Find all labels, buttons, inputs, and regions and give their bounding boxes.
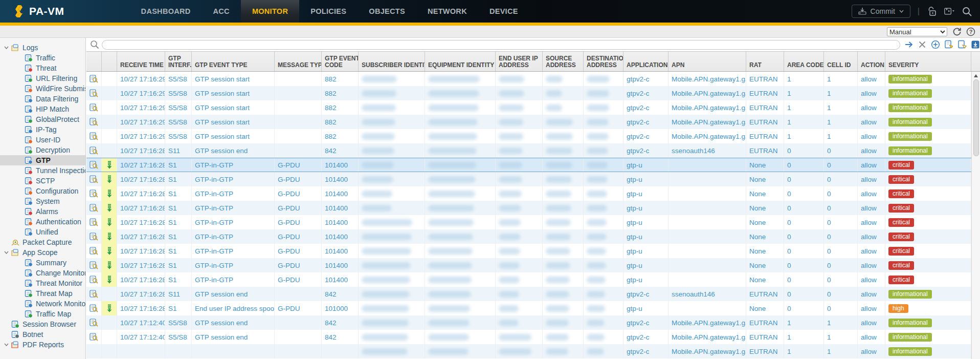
cell-gtp_event_type[interactable]: GTP session start <box>192 129 275 143</box>
sidebar-item-packet-capture[interactable]: Packet Capture <box>0 237 85 247</box>
tab-policies[interactable]: POLICIES <box>299 0 358 23</box>
log-detail-icon[interactable] <box>90 146 98 155</box>
column-header-equipment_identity[interactable]: EQUIPMENT IDENTITY <box>425 52 496 71</box>
cell-action[interactable]: allow <box>858 272 885 287</box>
log-detail-icon[interactable] <box>90 218 98 226</box>
log-row[interactable]: 10/27 17:16:28S1GTP-in-GTPG-PDU101400gtp… <box>86 201 980 215</box>
tab-objects[interactable]: OBJECTS <box>358 0 416 23</box>
log-row[interactable]: 10/27 17:16:28S1GTP-in-GTPG-PDU101400gtp… <box>86 186 980 201</box>
column-header-gtp_event_code[interactable]: GTP EVENTCODE <box>322 52 359 71</box>
cell-gtp_event_type[interactable] <box>192 344 275 358</box>
cell-gtp_event_type[interactable]: GTP session start <box>192 86 275 100</box>
sidebar-item-summary[interactable]: Summary <box>0 258 85 268</box>
cell-action[interactable]: allow <box>858 215 885 229</box>
log-row[interactable]: 10/27 17:16:29S5/S8GTP session start882g… <box>86 86 980 100</box>
log-detail-icon[interactable] <box>90 204 98 212</box>
commit-button[interactable]: Commit <box>852 5 910 18</box>
sidebar-item-threat-monitor[interactable]: Threat Monitor <box>0 278 85 288</box>
download-pcap-icon[interactable] <box>106 175 113 183</box>
cell-gtp_event_type[interactable]: GTP session end <box>192 287 275 301</box>
cell-action[interactable]: allow <box>858 330 885 344</box>
cell-action[interactable]: allow <box>858 129 885 143</box>
log-row[interactable]: 10/27 17:16:28S1GTP-in-GTPG-PDU101400gtp… <box>86 158 980 172</box>
sidebar-item-configuration[interactable]: Configuration <box>0 186 85 196</box>
clear-filter-icon[interactable] <box>918 40 927 49</box>
save-filter-icon[interactable] <box>944 40 953 49</box>
download-pcap-icon[interactable] <box>106 189 113 198</box>
cell-action[interactable]: allow <box>858 301 885 315</box>
log-row[interactable]: 10/27 17:12:40S5/S8GTP session end842gtp… <box>86 315 980 330</box>
refresh-interval-select[interactable]: Manual <box>887 27 947 36</box>
download-pcap-icon[interactable] <box>106 247 113 255</box>
log-row[interactable]: 10/27 17:16:28S1GTP-in-GTPG-PDU101400gtp… <box>86 244 980 258</box>
tab-monitor[interactable]: MONITOR <box>241 0 299 23</box>
log-row[interactable]: 10/27 17:16:29S5/S8GTP session start882g… <box>86 129 980 143</box>
log-row[interactable]: 10/27 17:16:28S11GTP session end842gtpv2… <box>86 143 980 158</box>
cell-action[interactable]: allow <box>858 158 885 172</box>
column-header-gtp_interface[interactable]: GTPINTERF... <box>165 52 192 71</box>
column-header-area_code[interactable]: AREA CODE <box>784 52 824 71</box>
cell-gtp_event_type[interactable]: GTP session end <box>192 143 275 158</box>
sidebar-item-authentication[interactable]: Authentication <box>0 217 85 227</box>
export-csv-icon[interactable] <box>971 40 980 49</box>
download-pcap-icon[interactable] <box>106 261 113 269</box>
sidebar-item-change-monitor[interactable]: Change Monitor <box>0 268 85 278</box>
cell-gtp_event_type[interactable]: GTP session start <box>192 72 275 86</box>
cell-action[interactable]: allow <box>858 287 885 301</box>
log-detail-icon[interactable] <box>90 276 98 284</box>
column-header-subscriber_identity[interactable]: SUBSCRIBER IDENTITY <box>359 52 425 71</box>
log-detail-icon[interactable] <box>90 290 98 298</box>
tab-acc[interactable]: ACC <box>202 0 241 23</box>
column-header-apn[interactable]: APN <box>669 52 746 71</box>
log-detail-icon[interactable] <box>90 132 98 140</box>
sidebar-item-unified[interactable]: Unified <box>0 227 85 237</box>
log-detail-icon[interactable] <box>90 118 98 126</box>
log-detail-icon[interactable] <box>90 75 98 83</box>
sidebar-item-url-filtering[interactable]: URL Filtering <box>0 73 85 83</box>
log-filter-input[interactable] <box>102 40 900 50</box>
log-detail-icon[interactable] <box>90 304 98 312</box>
sidebar-item-gtp[interactable]: GTP <box>0 155 85 165</box>
log-row[interactable]: 10/27 17:16:28S1End user IP address spoo… <box>86 301 980 315</box>
apply-filter-icon[interactable] <box>904 40 914 49</box>
sidebar-item-ip-tag[interactable]: IP-Tag <box>0 124 85 135</box>
tree-expand-icon[interactable] <box>4 251 11 254</box>
column-header-gtp_event_type[interactable]: GTP EVENT TYPE <box>192 52 275 71</box>
cell-action[interactable]: allow <box>858 344 885 358</box>
cell-action[interactable]: allow <box>858 229 885 244</box>
cell-action[interactable]: allow <box>858 315 885 330</box>
column-header-action[interactable]: ACTION <box>858 52 885 71</box>
log-detail-icon[interactable] <box>90 103 98 112</box>
cell-gtp_event_type[interactable]: GTP-in-GTP <box>192 186 275 201</box>
log-detail-icon[interactable] <box>90 233 98 241</box>
sidebar-item-data-filtering[interactable]: Data Filtering <box>0 94 85 104</box>
log-row[interactable]: 10/27 17:16:29S5/S8GTP session start882g… <box>86 72 980 86</box>
global-find-icon[interactable] <box>962 6 972 16</box>
sidebar-item-app-scope[interactable]: App Scope <box>0 247 85 258</box>
sidebar-item-traffic[interactable]: Traffic <box>0 53 85 63</box>
download-pcap-icon[interactable] <box>106 161 113 169</box>
scroll-up-arrow-icon[interactable] <box>974 74 978 77</box>
log-row[interactable]: 10/27 17:16:29S5/S8GTP session start882g… <box>86 100 980 115</box>
log-row[interactable]: 10/27 17:16:28S1GTP-in-GTPG-PDU101400gtp… <box>86 229 980 244</box>
cell-action[interactable]: allow <box>858 172 885 186</box>
cell-action[interactable]: allow <box>858 258 885 272</box>
cell-action[interactable]: allow <box>858 201 885 215</box>
tree-expand-icon[interactable] <box>4 343 11 346</box>
sidebar-item-hip-match[interactable]: HIP Match <box>0 104 85 114</box>
tree-expand-icon[interactable] <box>4 46 11 49</box>
cell-gtp_event_type[interactable]: GTP-in-GTP <box>192 215 275 229</box>
column-header-cell_id[interactable]: CELL ID <box>824 52 858 71</box>
column-header-end_user_ip[interactable]: END USER IPADDRESS <box>496 52 543 71</box>
help-icon[interactable]: ? <box>966 27 975 36</box>
column-header-message_type[interactable]: MESSAGE TYPE <box>275 52 322 71</box>
log-detail-icon[interactable] <box>90 261 98 269</box>
cell-action[interactable]: allow <box>858 244 885 258</box>
log-detail-icon[interactable] <box>90 333 98 341</box>
cell-action[interactable]: allow <box>858 86 885 100</box>
cell-action[interactable]: allow <box>858 100 885 115</box>
sidebar-item-globalprotect[interactable]: GlobalProtect <box>0 114 85 124</box>
log-row[interactable]: 10/27 17:16:28S1GTP-in-GTPG-PDU101400gtp… <box>86 215 980 229</box>
cell-gtp_event_type[interactable]: GTP-in-GTP <box>192 229 275 244</box>
save-load-config-icon[interactable] <box>944 6 954 16</box>
